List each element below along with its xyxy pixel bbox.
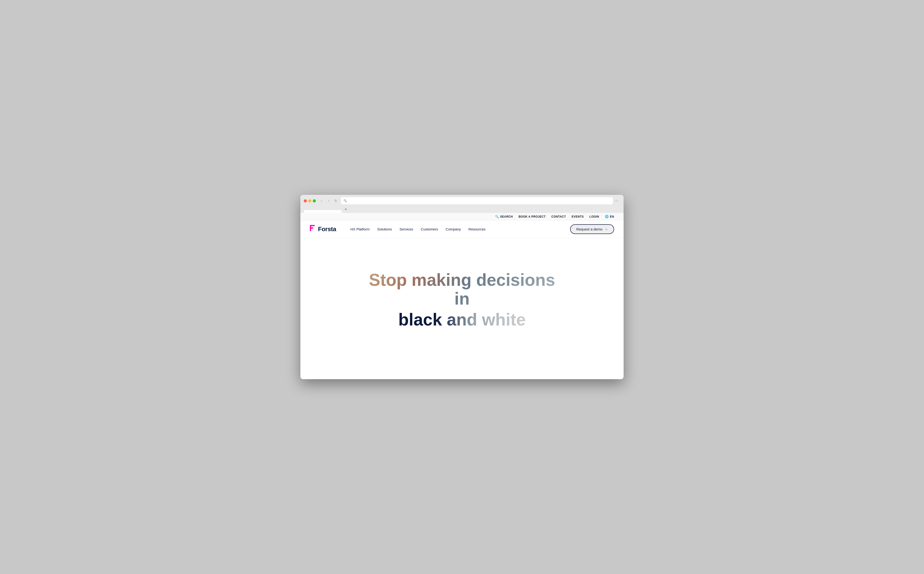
login-nav-label: LOGIN — [590, 215, 599, 218]
address-bar-container: 🔍 — [341, 197, 613, 204]
nav-resources[interactable]: Resources — [468, 227, 486, 231]
search-nav-label: SEARCH — [500, 215, 513, 218]
contact-nav-item[interactable]: CONTACT — [551, 215, 566, 218]
search-nav-item[interactable]: 🔍 SEARCH — [495, 215, 513, 218]
book-project-label: BOOK A PROJECT — [519, 215, 546, 218]
dot-maximize[interactable] — [313, 199, 316, 202]
svg-rect-1 — [310, 225, 315, 226]
logo-text: Forsta — [318, 226, 336, 233]
login-nav-item[interactable]: LOGIN — [590, 215, 599, 218]
browser-nav: ‹ › ↻ — [319, 199, 338, 203]
forward-button[interactable]: › — [326, 199, 331, 203]
new-tab-button[interactable]: + — [343, 206, 349, 212]
book-project-item[interactable]: BOOK A PROJECT — [519, 215, 546, 218]
tab-bar: + — [304, 206, 620, 213]
language-selector[interactable]: 🌐 EN — [605, 215, 614, 218]
address-bar[interactable]: 🔍 — [341, 197, 613, 204]
refresh-button[interactable]: ↻ — [333, 199, 338, 203]
logo-icon — [310, 225, 317, 233]
nav-customers[interactable]: Customers — [421, 227, 438, 231]
events-nav-label: EVENTS — [572, 215, 584, 218]
nav-solutions[interactable]: Solutions — [377, 227, 392, 231]
nav-company[interactable]: Company — [446, 227, 461, 231]
hero-line1: Stop making decisions in — [364, 271, 560, 308]
nav-hx-platform[interactable]: HX Platform — [350, 227, 369, 231]
browser-chrome: ‹ › ↻ 🔍 ··· + — [300, 195, 624, 213]
globe-icon: 🌐 — [605, 215, 609, 218]
request-demo-label: Request a demo — [576, 227, 602, 231]
search-icon: 🔍 — [344, 199, 347, 202]
svg-rect-2 — [310, 227, 313, 229]
dot-minimize[interactable] — [308, 199, 311, 202]
page-content: 🔍 SEARCH BOOK A PROJECT CONTACT EVENTS L… — [300, 213, 624, 379]
search-nav-icon: 🔍 — [495, 215, 499, 218]
more-options[interactable]: ··· — [613, 197, 620, 204]
language-label: EN — [610, 215, 614, 218]
main-nav: Forsta HX Platform Solutions Services Cu… — [300, 221, 624, 238]
contact-nav-label: CONTACT — [551, 215, 566, 218]
active-tab[interactable] — [304, 210, 342, 213]
nav-services[interactable]: Services — [399, 227, 413, 231]
back-button[interactable]: ‹ — [319, 199, 324, 203]
dot-close[interactable] — [304, 199, 307, 202]
events-nav-item[interactable]: EVENTS — [572, 215, 584, 218]
browser-window: ‹ › ↻ 🔍 ··· + 🔍 SEARCH — [300, 195, 624, 379]
hero-heading: Stop making decisions in black and white — [364, 271, 560, 329]
hero-line2-text: black and white — [398, 310, 526, 329]
request-demo-arrow: → — [604, 227, 608, 231]
main-nav-links: HX Platform Solutions Services Customers… — [350, 227, 570, 231]
hero-line2: black and white — [364, 310, 560, 329]
hero-section: Stop making decisions in black and white — [300, 238, 624, 362]
utility-bar: 🔍 SEARCH BOOK A PROJECT CONTACT EVENTS L… — [300, 213, 624, 221]
request-demo-button[interactable]: Request a demo → — [570, 224, 614, 234]
browser-dots — [304, 199, 316, 202]
logo[interactable]: Forsta — [310, 225, 336, 233]
